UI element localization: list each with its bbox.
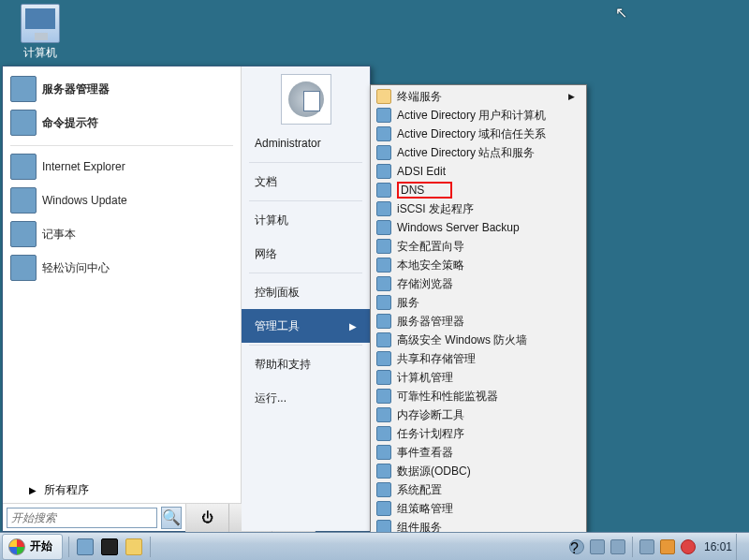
tool-icon xyxy=(376,239,391,254)
submenu-item[interactable]: Windows Server Backup xyxy=(373,218,584,237)
tool-icon xyxy=(376,332,391,347)
separator xyxy=(68,537,69,557)
submenu-item[interactable]: 可靠性和性能监视器 xyxy=(373,387,584,405)
menu-item-label: 文档 xyxy=(255,174,277,190)
submenu-item[interactable]: Active Directory 用户和计算机 xyxy=(373,106,584,125)
chevron-right-icon: ▶ xyxy=(349,321,357,332)
user-name[interactable]: Administrator xyxy=(242,126,370,160)
start-menu-item[interactable]: Windows Update xyxy=(3,184,241,217)
cmd-icon xyxy=(101,538,118,555)
submenu-item[interactable]: Active Directory 域和信任关系 xyxy=(373,125,584,143)
submenu-item[interactable]: 存储浏览器 xyxy=(373,274,584,293)
start-right-item[interactable]: 运行... xyxy=(242,381,370,415)
submenu-item[interactable]: ADSI Edit xyxy=(373,162,584,181)
tool-icon xyxy=(376,108,391,123)
app-icon xyxy=(10,255,37,281)
submenu-item[interactable]: 服务 xyxy=(373,293,584,312)
tool-icon xyxy=(376,295,391,310)
submenu-item[interactable]: 任务计划程序 xyxy=(373,424,584,443)
menu-item-label: Windows Update xyxy=(42,194,127,207)
menu-item-label: 服务 xyxy=(397,295,419,311)
tool-icon xyxy=(376,389,391,404)
tool-icon xyxy=(376,183,391,198)
tool-icon xyxy=(376,201,391,216)
submenu-item[interactable]: 安全配置向导 xyxy=(373,237,584,256)
submenu-item[interactable]: 事件查看器 xyxy=(373,443,584,462)
start-button[interactable]: 开始 xyxy=(2,534,63,560)
menu-item-label: 计算机管理 xyxy=(397,370,453,386)
submenu-item[interactable]: 系统配置 xyxy=(373,480,584,499)
show-desktop-button[interactable] xyxy=(736,534,743,560)
desktop-icon-label: 计算机 xyxy=(13,45,67,61)
submenu-item[interactable]: 数据源(ODBC) xyxy=(373,462,584,480)
menu-item-label: 管理工具 xyxy=(255,318,300,334)
power-button[interactable]: ⏻ xyxy=(186,504,229,532)
triangle-right-icon: ▶ xyxy=(29,485,37,495)
search-button[interactable]: 🔍 xyxy=(161,507,182,529)
alert-icon[interactable] xyxy=(660,539,675,554)
computer-icon xyxy=(21,4,60,43)
menu-item-label: 任务计划程序 xyxy=(397,426,464,442)
tool-icon xyxy=(376,258,391,273)
menu-item-label: 运行... xyxy=(255,391,286,406)
app-icon xyxy=(10,154,37,180)
quick-launch-item[interactable] xyxy=(97,536,122,558)
tool-icon xyxy=(376,407,391,422)
help-icon[interactable]: ? xyxy=(569,539,584,554)
menu-item-label: 系统配置 xyxy=(397,482,442,498)
quick-launch-item[interactable] xyxy=(73,536,97,558)
chevron-right-icon: ▶ xyxy=(568,92,575,101)
all-programs[interactable]: ▶ 所有程序 xyxy=(3,477,241,503)
menu-item-label: ADSI Edit xyxy=(397,165,446,178)
submenu-item[interactable]: 高级安全 Windows 防火墙 xyxy=(373,331,584,349)
start-menu-item[interactable]: 轻松访问中心 xyxy=(3,251,241,285)
user-avatar[interactable] xyxy=(281,74,331,125)
clock[interactable]: 16:01 xyxy=(704,540,732,553)
submenu-item[interactable]: Active Directory 站点和服务 xyxy=(373,143,584,162)
start-right-item[interactable]: 文档 xyxy=(242,165,370,199)
start-menu-right-pane: Administrator 文档计算机网络控制面板管理工具▶帮助和支持运行... xyxy=(242,66,370,531)
tool-icon xyxy=(376,351,391,366)
cursor-icon: ↖ xyxy=(615,4,627,22)
start-right-item[interactable]: 管理工具▶ xyxy=(242,309,370,343)
start-menu-item[interactable]: 命令提示符 xyxy=(3,106,241,140)
submenu-item[interactable]: DNS xyxy=(373,181,584,199)
security-warning-icon[interactable] xyxy=(681,539,696,554)
submenu-item[interactable]: 内存诊断工具 xyxy=(373,405,584,424)
start-right-item[interactable]: 控制面板 xyxy=(242,275,370,309)
desktop-icon-computer[interactable]: 计算机 xyxy=(13,4,67,61)
app-icon xyxy=(10,110,37,136)
quick-launch-item[interactable] xyxy=(122,536,146,558)
menu-item-label: 本地安全策略 xyxy=(397,258,464,273)
separator xyxy=(249,162,362,163)
menu-item-label: Windows Server Backup xyxy=(397,221,520,234)
menu-item-label: Active Directory 站点和服务 xyxy=(397,145,535,161)
menu-item-label: 命令提示符 xyxy=(42,115,98,131)
app-icon xyxy=(10,187,37,214)
start-menu-item[interactable]: 服务器管理器 xyxy=(3,72,241,106)
submenu-item[interactable]: 共享和存储管理 xyxy=(373,349,584,368)
menu-item-label: 轻松访问中心 xyxy=(42,260,110,276)
submenu-item[interactable]: 终端服务▶ xyxy=(373,87,584,106)
tool-icon xyxy=(376,445,391,460)
start-menu-item[interactable]: Internet Explorer xyxy=(3,150,241,184)
menu-item-label: 事件查看器 xyxy=(397,445,453,461)
start-right-item[interactable]: 网络 xyxy=(242,237,370,271)
submenu-item[interactable]: 本地安全策略 xyxy=(373,256,584,274)
submenu-item[interactable]: 服务器管理器 xyxy=(373,312,584,331)
start-menu-item[interactable]: 记事本 xyxy=(3,217,241,251)
menu-item-label: 服务器管理器 xyxy=(42,81,110,97)
network-icon[interactable] xyxy=(639,539,654,554)
submenu-item[interactable]: iSCSI 发起程序 xyxy=(373,199,584,218)
start-right-item[interactable]: 帮助和支持 xyxy=(242,347,370,381)
submenu-item[interactable]: 计算机管理 xyxy=(373,368,584,387)
tray-icon[interactable] xyxy=(610,539,625,554)
submenu-item[interactable]: 组策略管理 xyxy=(373,499,584,518)
tray-icon[interactable] xyxy=(590,539,605,554)
tool-icon xyxy=(376,314,391,329)
tool-icon xyxy=(376,145,391,160)
menu-item-label: 数据源(ODBC) xyxy=(397,464,471,479)
search-input[interactable] xyxy=(7,508,157,528)
start-right-item[interactable]: 计算机 xyxy=(242,203,370,237)
menu-item-label: 组策略管理 xyxy=(397,501,453,517)
